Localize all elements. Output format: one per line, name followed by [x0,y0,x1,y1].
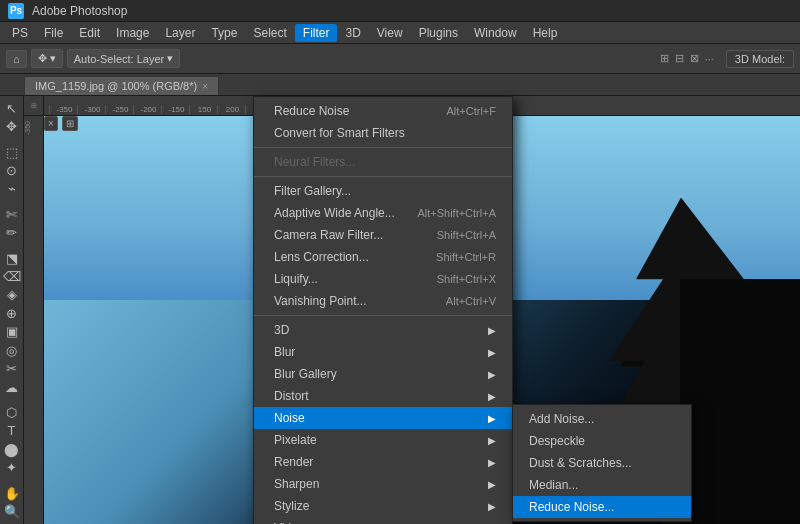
menu-plugins[interactable]: Plugins [411,24,466,42]
app-title: Adobe Photoshop [32,4,127,18]
filter-gallery-label: Filter Gallery... [274,184,351,198]
filter-distort-arrow: ▶ [488,391,496,402]
filter-pixelate[interactable]: Pixelate ▶ [254,429,512,451]
filter-sharpen[interactable]: Sharpen ▶ [254,473,512,495]
tab-close-btn[interactable]: × [202,81,208,92]
distribute-icon: ⊠ [690,52,699,65]
filter-section-4: 3D ▶ Blur ▶ Blur Gallery ▶ Distort ▶ Noi… [254,316,512,524]
ruler-toggle[interactable]: ⊞ [24,96,43,116]
tool-marquee[interactable]: ⬚ [2,144,22,160]
tool-eyedropper[interactable]: ✏ [2,225,22,241]
filter-adaptive-wide[interactable]: Adaptive Wide Angle... Alt+Shift+Ctrl+A [254,202,512,224]
tool-heal[interactable]: ⬔ [2,250,22,266]
filter-camera-raw[interactable]: Camera Raw Filter... Shift+Ctrl+A [254,224,512,246]
filter-blur-gallery[interactable]: Blur Gallery ▶ [254,363,512,385]
filter-vanishing-point[interactable]: Vanishing Point... Alt+Ctrl+V [254,290,512,312]
filter-liquify[interactable]: Liquify... Shift+Ctrl+X [254,268,512,290]
tool-clone[interactable]: ◈ [2,287,22,303]
tool-path[interactable]: ⬤ [2,441,22,457]
tool-zoom[interactable]: 🔍 [2,503,22,519]
ps-logo: Ps [8,3,24,19]
auto-select-dropdown[interactable]: Auto-Select: Layer ▾ [67,49,180,68]
filter-section-1: Reduce Noise Alt+Ctrl+F Convert for Smar… [254,97,512,148]
filter-blur[interactable]: Blur ▶ [254,341,512,363]
noise-dust-scratches[interactable]: Dust & Scratches... [513,452,691,474]
filter-dropdown: Reduce Noise Alt+Ctrl+F Convert for Smar… [253,96,513,524]
auto-select-label: Auto-Select: [74,53,134,65]
tool-gradient[interactable]: ◎ [2,342,22,358]
filter-blur-gallery-arrow: ▶ [488,369,496,380]
tool-magic-wand[interactable]: ⌁ [2,181,22,197]
tool-hand[interactable]: ✋ [2,485,22,501]
filter-render-label: Render [274,455,313,469]
filter-video[interactable]: Video ▶ [254,517,512,524]
noise-reduce-noise[interactable]: Reduce Noise... [513,496,691,518]
tool-artboard[interactable]: ✥ [2,118,22,134]
filter-liquify-shortcut: Shift+Ctrl+X [437,273,496,285]
tool-lasso[interactable]: ⊙ [2,162,22,178]
filter-camera-raw-label: Camera Raw Filter... [274,228,383,242]
noise-median-label: Median... [529,478,578,492]
move-tool-btn[interactable]: ✥ ▾ [31,49,63,68]
menu-3d[interactable]: 3D [337,24,368,42]
filter-3d[interactable]: 3D ▶ [254,319,512,341]
filter-camera-raw-shortcut: Shift+Ctrl+A [437,229,496,241]
tool-pen[interactable]: ⬡ [2,404,22,420]
menu-layer[interactable]: Layer [157,24,203,42]
tool-crop[interactable]: ✄ [2,206,22,222]
left-toolbar: ↖ ✥ ⬚ ⊙ ⌁ ✄ ✏ ⬔ ⌫ ◈ ⊕ ▣ ◎ ✂ ☁ ⬡ T ⬤ ✦ ✋ … [0,96,24,524]
noise-submenu-section: Add Noise... Despeckle Dust & Scratches.… [513,405,691,521]
noise-add-noise[interactable]: Add Noise... [513,408,691,430]
menu-help[interactable]: Help [525,24,566,42]
filter-distort[interactable]: Distort ▶ [254,385,512,407]
document-tab[interactable]: IMG_1159.jpg @ 100% (RGB/8*) × [24,76,219,95]
menu-image[interactable]: Image [108,24,157,42]
noise-despeckle[interactable]: Despeckle [513,430,691,452]
filter-blur-gallery-label: Blur Gallery [274,367,337,381]
tool-text[interactable]: T [2,423,22,439]
filter-noise[interactable]: Noise ▶ Add Noise... Despeckle Dust & Sc… [254,407,512,429]
filter-lens-correction[interactable]: Lens Correction... Shift+Ctrl+R [254,246,512,268]
ruler-close-btn[interactable]: × [44,116,58,131]
filter-render[interactable]: Render ▶ [254,451,512,473]
menu-filter[interactable]: Filter [295,24,338,42]
filter-pixelate-label: Pixelate [274,433,317,447]
filter-vanishing-point-shortcut: Alt+Ctrl+V [446,295,496,307]
noise-add-noise-label: Add Noise... [529,412,594,426]
noise-reduce-noise-label: Reduce Noise... [529,500,614,514]
filter-convert-smart[interactable]: Convert for Smart Filters [254,122,512,144]
filter-reduce-noise-quick[interactable]: Reduce Noise Alt+Ctrl+F [254,100,512,122]
menu-type[interactable]: Type [203,24,245,42]
tool-history[interactable]: ⊕ [2,305,22,321]
filter-sharpen-arrow: ▶ [488,479,496,490]
filter-neural: Neural Filters... [254,151,512,173]
filter-convert-smart-label: Convert for Smart Filters [274,126,405,140]
filter-stylize-label: Stylize [274,499,309,513]
3d-mode-btn[interactable]: 3D Model: [726,50,794,68]
menu-select[interactable]: Select [245,24,294,42]
tool-brush[interactable]: ⌫ [2,268,22,284]
menu-edit[interactable]: Edit [71,24,108,42]
tool-move[interactable]: ↖ [2,100,22,116]
filter-3d-arrow: ▶ [488,325,496,336]
filter-noise-arrow: ▶ [488,413,496,424]
more-icon: ··· [705,53,714,65]
filter-reduce-noise-quick-shortcut: Alt+Ctrl+F [446,105,496,117]
filter-stylize[interactable]: Stylize ▶ [254,495,512,517]
filter-blur-arrow: ▶ [488,347,496,358]
noise-median[interactable]: Median... [513,474,691,496]
tool-blur[interactable]: ✂ [2,361,22,377]
menu-ps[interactable]: PS [4,24,36,42]
ruler-lock-btn[interactable]: ⊞ [62,116,78,131]
filter-adaptive-wide-shortcut: Alt+Shift+Ctrl+A [417,207,496,219]
tool-eraser[interactable]: ▣ [2,324,22,340]
filter-gallery[interactable]: Filter Gallery... [254,180,512,202]
home-btn[interactable]: ⌂ [6,50,27,68]
filter-blur-label: Blur [274,345,295,359]
menu-file[interactable]: File [36,24,71,42]
tool-dodge[interactable]: ☁ [2,379,22,395]
menu-view[interactable]: View [369,24,411,42]
tool-shape[interactable]: ✦ [2,460,22,476]
menu-window[interactable]: Window [466,24,525,42]
filter-vanishing-point-label: Vanishing Point... [274,294,367,308]
